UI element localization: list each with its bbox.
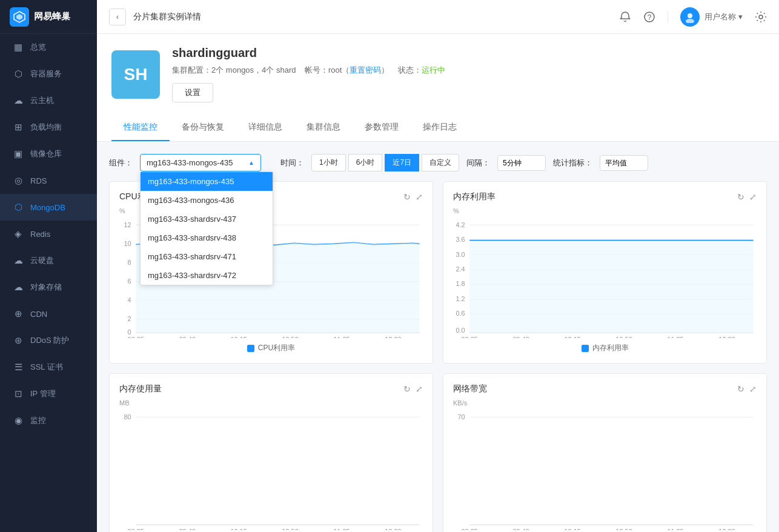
time-filter: 1小时6小时近7日自定义 — [311, 154, 459, 171]
memory-legend-dot — [582, 345, 589, 352]
sidebar-item-vm[interactable]: ☁ 云主机 — [0, 87, 97, 114]
sidebar-item-ip[interactable]: ⊡ IP 管理 — [0, 381, 97, 407]
svg-text:09:05: 09:05 — [462, 335, 478, 338]
main-area: ‹ 分片集群实例详情 ? — [97, 0, 779, 532]
cpu-legend-dot — [247, 345, 254, 352]
time-label: 时间： — [280, 158, 304, 168]
header-title: 分片集群实例详情 — [133, 12, 201, 22]
sidebar-icon-oss: ☁ — [12, 281, 24, 293]
memory-legend-label: 内存利用率 — [592, 343, 629, 353]
header: ‹ 分片集群实例详情 ? — [97, 0, 779, 34]
instance-avatar: SH — [111, 50, 160, 99]
dropdown-item-4[interactable]: mg163-433-shardsrv-471 — [141, 247, 273, 266]
memory-refresh-icon[interactable]: ↻ — [737, 192, 744, 202]
sidebar-label-ssl: SSL 证书 — [30, 362, 63, 373]
sidebar-item-mongodb[interactable]: ⬡ MongoDB — [0, 194, 97, 221]
svg-text:0.0: 0.0 — [456, 327, 465, 334]
network-refresh-icon[interactable]: ↻ — [737, 384, 744, 394]
tab-detail[interactable]: 详细信息 — [236, 115, 294, 141]
tab-backup[interactable]: 备份与恢复 — [170, 115, 236, 141]
stat-label: 统计指标： — [553, 158, 592, 168]
sidebar-label-ip: IP 管理 — [30, 388, 56, 399]
cpu-chart-actions: ↻ ⤢ — [403, 192, 423, 202]
memory-expand-icon[interactable]: ⤢ — [749, 192, 757, 202]
network-chart-area: 70 09:05 09:40 10:15 10:50 11:25 12:00 — [453, 409, 757, 530]
svg-text:1.8: 1.8 — [456, 280, 465, 287]
sidebar-item-cdn[interactable]: ⊕ CDN — [0, 301, 97, 327]
sidebar-label-registry: 镜像仓库 — [30, 148, 62, 159]
dropdown-item-1[interactable]: mg163-433-mongos-436 — [141, 191, 273, 210]
tab-cluster[interactable]: 集群信息 — [294, 115, 353, 141]
dropdown-item-2[interactable]: mg163-433-shardsrv-437 — [141, 210, 273, 228]
network-chart-title: 网络带宽 — [453, 384, 487, 394]
component-select[interactable]: mg163-433-mongos-435 ▲ — [140, 154, 261, 171]
sidebar-item-ddos[interactable]: ⊛ DDoS 防护 — [0, 327, 97, 354]
sidebar-icon-overview: ▦ — [12, 41, 24, 53]
sidebar-item-monitor[interactable]: ◉ 监控 — [0, 407, 97, 434]
svg-text:4.2: 4.2 — [456, 221, 465, 228]
dropdown-item-0[interactable]: mg163-433-mongos-435 — [141, 172, 273, 191]
sidebar-item-oss[interactable]: ☁ 对象存储 — [0, 274, 97, 301]
sidebar-icon-vm: ☁ — [12, 95, 24, 107]
time-btn-2[interactable]: 近7日 — [385, 154, 419, 171]
settings-button[interactable]: 设置 — [172, 83, 213, 102]
reset-password-link[interactable]: 重置密码 — [350, 65, 381, 75]
tab-monitor[interactable]: 性能监控 — [111, 115, 170, 141]
notification-icon[interactable] — [619, 11, 631, 23]
time-btn-0[interactable]: 1小时 — [311, 154, 346, 171]
memory-usage-chart-card: 内存使用量 ↻ ⤢ MB 80 09:05 09:40 — [109, 373, 433, 532]
user-menu[interactable]: 用户名称 ▾ — [680, 7, 743, 27]
interval-select[interactable]: 5分钟 1分钟 15分钟 — [497, 155, 546, 171]
tab-ops[interactable]: 操作日志 — [411, 115, 469, 141]
dropdown-item-5[interactable]: mg163-433-shardsrv-472 — [141, 266, 273, 285]
sidebar-label-cdn: CDN — [30, 310, 47, 319]
svg-text:12:00: 12:00 — [718, 527, 735, 530]
sidebar-label-monitor: 监控 — [30, 415, 46, 426]
svg-text:6: 6 — [128, 278, 131, 285]
svg-text:0.6: 0.6 — [456, 310, 465, 317]
svg-text:09:40: 09:40 — [513, 527, 529, 530]
memory-usage-chart-actions: ↻ ⤢ — [403, 384, 423, 394]
component-label: 组件： — [109, 158, 133, 168]
svg-text:10:50: 10:50 — [282, 527, 298, 530]
sidebar-item-ssl[interactable]: ☰ SSL 证书 — [0, 354, 97, 381]
sidebar-item-overview[interactable]: ▦ 总览 — [0, 34, 97, 61]
back-button[interactable]: ‹ — [109, 8, 126, 25]
svg-point-5 — [686, 19, 694, 23]
svg-text:11:25: 11:25 — [667, 335, 683, 338]
stat-select[interactable]: 平均值 最大值 最小值 — [600, 155, 648, 171]
sidebar-item-lb[interactable]: ⊞ 负载均衡 — [0, 114, 97, 141]
svg-text:10:50: 10:50 — [615, 335, 632, 338]
network-chart-header: 网络带宽 ↻ ⤢ — [453, 384, 757, 394]
sidebar-label-disk: 云硬盘 — [30, 255, 54, 266]
help-icon[interactable]: ? — [643, 11, 655, 23]
network-expand-icon[interactable]: ⤢ — [749, 384, 757, 394]
sidebar-item-registry[interactable]: ▣ 镜像仓库 — [0, 141, 97, 167]
sidebar-label-redis: Redis — [30, 230, 50, 239]
sidebar-icon-rds: ◎ — [12, 175, 24, 187]
memory-usage-chart-title: 内存使用量 — [119, 384, 162, 394]
svg-marker-44 — [469, 241, 753, 333]
tab-params[interactable]: 参数管理 — [353, 115, 411, 141]
settings-icon[interactable] — [755, 11, 767, 23]
filter-bar: 组件： mg163-433-mongos-435 ▲ mg163-433-mon… — [109, 154, 767, 171]
sidebar-item-disk[interactable]: ☁ 云硬盘 — [0, 247, 97, 274]
memory-usage-unit: MB — [119, 399, 423, 407]
memory-usage-refresh-icon[interactable]: ↻ — [403, 384, 411, 394]
sidebar-label-vm: 云主机 — [30, 95, 54, 106]
time-btn-3[interactable]: 自定义 — [422, 154, 459, 171]
dropdown-item-3[interactable]: mg163-433-shardsrv-438 — [141, 228, 273, 247]
sidebar-item-container[interactable]: ⬡ 容器服务 — [0, 61, 97, 87]
memory-chart-header: 内存利用率 ↻ ⤢ — [453, 191, 757, 202]
sidebar-label-rds: RDS — [30, 176, 47, 185]
svg-text:09:05: 09:05 — [128, 527, 144, 530]
chevron-down-icon: ▲ — [248, 159, 254, 166]
time-btn-1[interactable]: 6小时 — [348, 154, 383, 171]
sidebar-item-rds[interactable]: ◎ RDS — [0, 167, 97, 194]
memory-usage-expand-icon[interactable]: ⤢ — [416, 384, 423, 394]
status-badge: 运行中 — [422, 65, 445, 75]
memory-chart-title: 内存利用率 — [453, 191, 496, 202]
sidebar-item-redis[interactable]: ◈ Redis — [0, 221, 97, 247]
cpu-expand-icon[interactable]: ⤢ — [416, 192, 423, 202]
cpu-refresh-icon[interactable]: ↻ — [403, 192, 411, 202]
